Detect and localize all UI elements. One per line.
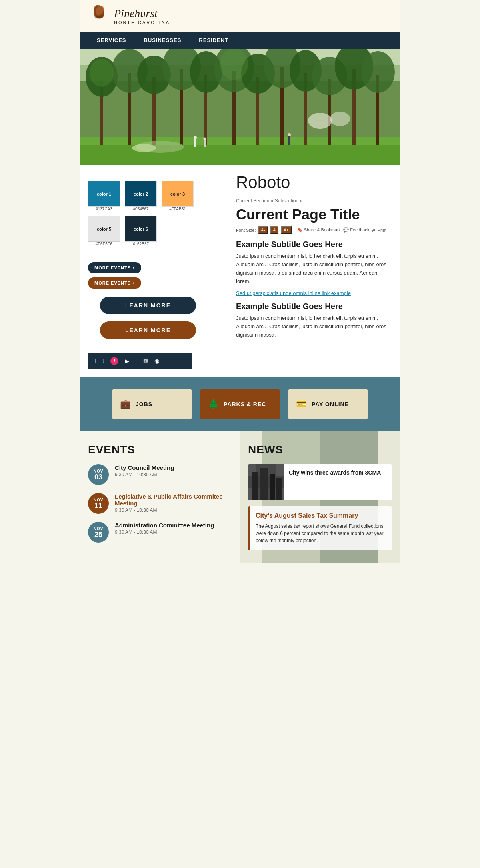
chevron-icon-2: ›: [133, 281, 135, 285]
event-name-1: City Council Meeting: [115, 464, 232, 471]
quick-link-parks-label: PARKS & REC: [224, 401, 266, 407]
svg-rect-39: [204, 140, 206, 147]
svg-point-38: [194, 136, 197, 139]
nav-services[interactable]: SERVICES: [88, 32, 135, 49]
logo[interactable]: Pinehurst NORTH CAROLINA: [88, 5, 170, 27]
svg-point-35: [90, 59, 114, 87]
nav-businesses[interactable]: BUSINESSES: [135, 32, 190, 49]
news-inner: NEWS City wins three a: [240, 431, 400, 562]
swatch-box-3: color 3: [162, 181, 194, 207]
quick-link-pay[interactable]: 💳 PAY ONLINE: [288, 389, 368, 419]
events-title: EVENTS: [88, 443, 232, 456]
more-events-button-2[interactable]: MORE EVENTS ›: [88, 277, 141, 289]
event-info-1: City Council Meeting 9:30 AM - 10:30 AM: [115, 464, 232, 477]
svg-point-42: [288, 133, 291, 136]
news-article-title-1[interactable]: City's August Sales Tax Summary: [256, 512, 386, 519]
event-time-3: 9:30 AM - 10:30 AM: [115, 529, 232, 535]
inline-link-text: Sed ut perspiciatis unde omnis inline li…: [236, 289, 388, 298]
pay-icon: 💳: [296, 399, 307, 409]
body-text-1: Justo ipsum condimentum nisi, id hendrer…: [236, 252, 388, 285]
news-article-text-1: The August sales tax report shows Genera…: [256, 523, 386, 544]
quick-link-jobs[interactable]: 💼 JOBS: [112, 389, 192, 419]
inline-link[interactable]: Sed ut perspiciatis unde omnis inline li…: [236, 290, 351, 296]
quick-links-section: 💼 JOBS 🌲 PARKS & REC 💳 PAY ONLINE: [80, 377, 400, 431]
print-icon[interactable]: 🖨 Print: [372, 228, 386, 233]
quick-link-parks[interactable]: 🌲 PARKS & REC: [200, 389, 280, 419]
event-info-2: Legislative & Public Affairs Commitee Me…: [115, 493, 232, 513]
briefcase-icon: 💼: [120, 399, 131, 409]
swatch-3: color 3 #FFAB51: [162, 181, 194, 211]
news-title: NEWS: [248, 443, 392, 456]
font-size-bar: Font Size: A- A A+ 🔖 Share & Bookmark 💬 …: [236, 226, 388, 234]
event-day-3: 25: [94, 531, 102, 538]
event-month-2: NOV: [94, 498, 104, 502]
learn-more-button-2[interactable]: LEARN MORE: [100, 321, 196, 339]
news-card-content-1: City wins three awards from 3CMA: [284, 464, 392, 500]
site-header: Pinehurst NORTH CAROLINA: [80, 0, 400, 32]
news-img-svg: [248, 464, 284, 500]
svg-point-34: [361, 51, 395, 93]
swatch-2: color 2 #054867: [125, 181, 157, 211]
tree-icon: 🌲: [208, 399, 219, 409]
quick-link-pay-label: PAY ONLINE: [312, 401, 349, 407]
event-time-1: 9:30 AM - 10:30 AM: [115, 472, 232, 477]
learn-more-button-1[interactable]: LEARN MORE: [100, 297, 196, 314]
font-size-decrease[interactable]: A-: [258, 226, 268, 234]
color-swatches: color 1 #137CA3 color 2 #054867 color 3 …: [88, 173, 216, 254]
social-bar: f t i ▶ l ✉ ◉: [88, 353, 192, 369]
instagram-icon[interactable]: i: [110, 357, 118, 365]
feedback-icon[interactable]: 💬 Feedback: [343, 227, 369, 233]
font-size-increase[interactable]: A+: [281, 226, 292, 234]
share-bookmark-icon[interactable]: 🔖 Share & Bookmark: [297, 227, 341, 233]
news-card-1[interactable]: City wins three awards from 3CMA: [248, 464, 392, 500]
event-info-3: Administration Committee Meeting 9:30 AM…: [115, 522, 232, 535]
event-badge-3: NOV 25: [88, 522, 109, 543]
svg-rect-37: [194, 139, 196, 147]
event-name-2[interactable]: Legislative & Public Affairs Commitee Me…: [115, 493, 232, 507]
more-events-button-1[interactable]: MORE EVENTS ›: [88, 262, 141, 273]
font-size-label: Font Size:: [236, 228, 256, 233]
buttons-section: MORE EVENTS › MORE EVENTS › LEARN MORE L…: [88, 254, 216, 347]
chevron-icon-1: ›: [133, 265, 135, 270]
main-nav: SERVICES BUSINESSES RESIDENT: [80, 32, 400, 49]
nav-resident[interactable]: RESIDENT: [190, 32, 237, 49]
event-day-2: 11: [94, 502, 102, 509]
event-month-3: NOV: [94, 527, 104, 531]
facebook-icon[interactable]: f: [94, 358, 96, 364]
events-news-section: EVENTS NOV 03 City Council Meeting 9:30 …: [80, 431, 400, 563]
quick-link-jobs-label: JOBS: [136, 401, 152, 407]
hero-image: [80, 49, 400, 165]
svg-point-43: [308, 113, 332, 129]
svg-point-40: [204, 138, 206, 140]
svg-rect-55: [270, 474, 275, 500]
breadcrumb: Current Section » Subsection »: [236, 198, 388, 204]
swatch-box-5: color 5: [88, 216, 120, 242]
svg-rect-54: [260, 468, 268, 500]
twitter-icon[interactable]: t: [102, 358, 104, 364]
event-item-1: NOV 03 City Council Meeting 9:30 AM - 10…: [88, 464, 232, 485]
swatch-box-1: color 1: [88, 181, 120, 207]
swatch-6: color 6 #162B37: [125, 216, 157, 246]
font-size-reset[interactable]: A: [270, 226, 279, 234]
rss-icon[interactable]: ◉: [154, 358, 159, 364]
page-title-demo: Current Page Title: [236, 206, 388, 223]
news-card-image: [248, 464, 284, 500]
event-day-1: 03: [94, 473, 102, 481]
svg-point-44: [330, 112, 350, 126]
events-section: EVENTS NOV 03 City Council Meeting 9:30 …: [80, 431, 240, 563]
subtitle-1: Example Subtitle Goes Here: [236, 240, 388, 249]
email-icon[interactable]: ✉: [143, 358, 148, 364]
svg-point-36: [220, 49, 248, 80]
logo-leaf-icon: [88, 5, 110, 27]
body-text-2: Justo ipsum condimentum nisi, id hendrer…: [236, 314, 388, 339]
event-badge-1: NOV 03: [88, 464, 109, 485]
svg-rect-10: [80, 145, 400, 165]
linkedin-icon[interactable]: l: [136, 358, 137, 364]
learn-more-buttons: LEARN MORE LEARN MORE: [100, 297, 216, 339]
swatch-5: color 5 #E6E6E6: [88, 216, 120, 246]
subtitle-2: Example Subtitle Goes Here: [236, 302, 388, 311]
swatch-1: color 1 #137CA3: [88, 181, 120, 211]
youtube-icon[interactable]: ▶: [125, 358, 129, 364]
news-article-1: City's August Sales Tax Summary The Augu…: [248, 506, 392, 550]
logo-name: Pinehurst: [114, 7, 170, 20]
